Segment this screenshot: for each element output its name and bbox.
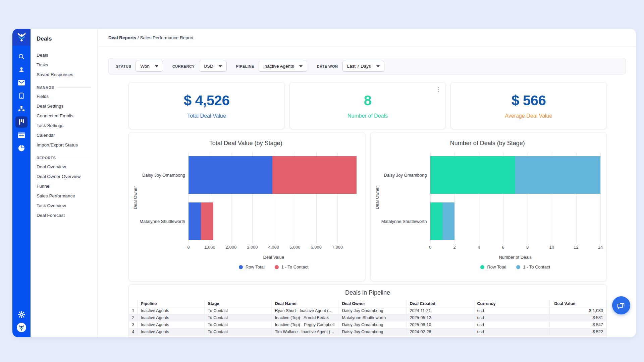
chart-title: Total Deal Value (by Stage): [133, 140, 359, 147]
table-cell: Inactive (Top) - Arnold Bedak: [272, 314, 339, 321]
chat-launcher-button[interactable]: [612, 296, 630, 314]
sitemap-icon[interactable]: [15, 103, 28, 115]
table-cell: usd: [474, 307, 549, 314]
bar-segment-row-total: [189, 202, 201, 240]
chat-icon: [617, 301, 626, 310]
table-cell: Inactive Agents: [138, 307, 205, 314]
stat-value: $ 4,526: [184, 93, 230, 109]
table-row[interactable]: 3Inactive AgentsTo ContactInactive (Top)…: [129, 321, 606, 328]
col-header-pipeline[interactable]: Pipeline: [138, 300, 205, 307]
filter-group-date-won: DATE WONLast 7 Days: [317, 61, 384, 72]
sidebar-item-tasks[interactable]: Tasks: [37, 60, 91, 70]
x-axis-title: Deal Value: [189, 255, 359, 260]
brand-avatar[interactable]: [15, 322, 28, 333]
bar-segment-1-to-contact: [515, 156, 600, 194]
x-tick-label: 4: [478, 245, 480, 250]
sidebar-item-task-settings[interactable]: Task Settings: [37, 121, 91, 130]
legend-item-row-total[interactable]: Row Total: [239, 264, 265, 269]
filter-select-pipeline[interactable]: Inactive Agents: [259, 61, 308, 72]
row-index-cell: 4: [129, 328, 138, 336]
sidebar-item-deals[interactable]: Deals: [37, 50, 91, 60]
deals-nav-panel: Deals DealsTasksSaved ResponsesMANAGEFie…: [31, 29, 98, 337]
site-pages-icon[interactable]: [15, 129, 28, 141]
table-row[interactable]: 1Inactive AgentsTo ContactRyan Short - I…: [129, 307, 606, 314]
bar-segment-row-total: [430, 156, 516, 194]
table-row[interactable]: 4Inactive AgentsTo ContactTim Wallace - …: [129, 328, 606, 336]
col-header-currency[interactable]: Currency: [474, 300, 549, 307]
settings-gear-icon[interactable]: [15, 309, 28, 320]
deals-table-card: Deals in Pipeline PipelineStageDeal Name…: [128, 284, 607, 337]
bar-segment-row-total: [189, 156, 272, 194]
chart-legend: Row Total1 - To Contact: [430, 264, 601, 269]
card-menu-kebab-icon[interactable]: [436, 86, 440, 94]
table-cell: To Contact: [205, 314, 272, 321]
table-cell: usd: [474, 321, 549, 328]
icon-rail: [12, 29, 31, 337]
col-header-deal-created[interactable]: Deal Created: [407, 300, 474, 307]
table-cell: $ 1,030: [549, 307, 606, 314]
mobile-icon[interactable]: [15, 90, 28, 102]
legend-item-1-to-contact[interactable]: 1 - To Contact: [516, 264, 550, 269]
x-tick-label: 6: [502, 245, 504, 250]
legend-item-1-to-contact[interactable]: 1 - To Contact: [275, 264, 309, 269]
filter-value: Inactive Agents: [263, 64, 294, 69]
category-label: Daisy Joy Omambong: [381, 156, 430, 194]
col-header-deal-name[interactable]: Deal Name: [272, 300, 339, 307]
deals-kanban-icon[interactable]: [15, 116, 28, 128]
table-cell: Inactive Agents: [138, 328, 205, 336]
x-tick-label: 8: [526, 245, 529, 250]
table-cell: To Contact: [205, 307, 272, 314]
y-axis-label-col: Deal Owner: [375, 152, 381, 281]
table-cell: Tim Wallace - Inactive Agent (Gen…: [272, 328, 339, 336]
sidebar-item-sales-performance[interactable]: Sales Performance: [37, 191, 91, 201]
contacts-icon[interactable]: [15, 64, 28, 75]
col-header-deal-value[interactable]: Deal Value: [549, 300, 606, 307]
sidebar-item-import-export-status[interactable]: Import/Export Status: [37, 140, 91, 150]
table-header-row: PipelineStageDeal NameDeal OwnerDeal Cre…: [129, 300, 606, 307]
sidebar-item-fields[interactable]: Fields: [37, 92, 91, 101]
search-icon[interactable]: [15, 51, 28, 62]
stat-label: Number of Deals: [347, 113, 388, 119]
x-tick-label: 5,000: [289, 245, 301, 250]
filter-select-currency[interactable]: USD: [199, 61, 227, 72]
table-cell: $ 547: [549, 321, 606, 328]
sidebar-item-task-overview[interactable]: Task Overview: [37, 201, 91, 210]
row-index-cell: 3: [129, 321, 138, 328]
col-header-deal-owner[interactable]: Deal Owner: [339, 300, 407, 307]
sidebar-item-funnel[interactable]: Funnel: [37, 181, 91, 191]
legend-item-row-total[interactable]: Row Total: [480, 264, 506, 269]
stat-cards-row: $ 4,526Total Deal Value8Number of Deals$…: [128, 82, 607, 129]
app-window: Deals DealsTasksSaved ResponsesMANAGEFie…: [12, 29, 636, 337]
sidebar-item-calendar[interactable]: Calendar: [37, 130, 91, 140]
filter-group-currency: CURRENCYUSD: [172, 61, 227, 72]
col-header-stage[interactable]: Stage: [205, 300, 272, 307]
breadcrumb-section[interactable]: Deal Reports: [108, 35, 136, 40]
table-cell: Inactive Agents: [138, 314, 205, 321]
table-cell: Matalynne Shuttleworth: [339, 314, 407, 321]
row-index-cell: 2: [129, 314, 138, 321]
filter-select-status[interactable]: Won: [136, 61, 163, 72]
sidebar-item-deal-owner-overview[interactable]: Deal Owner Overview: [37, 172, 91, 181]
brand-fox-icon: [17, 32, 26, 42]
sidebar-item-connected-emails[interactable]: Connected Emails: [37, 111, 91, 121]
kebab-dot: [438, 91, 439, 92]
sidebar-item-saved-responses[interactable]: Saved Responses: [37, 70, 91, 79]
sidebar-item-deal-forecast[interactable]: Deal Forecast: [37, 210, 91, 220]
table-cell: 2025-05-12: [407, 314, 474, 321]
sidebar-item-deal-overview[interactable]: Deal Overview: [37, 162, 91, 172]
filter-select-date-won[interactable]: Last 7 Days: [342, 61, 384, 72]
breadcrumb-separator: /: [136, 35, 140, 40]
filter-label: PIPELINE: [236, 64, 254, 68]
x-axis-ticks: 02468101214: [430, 245, 601, 253]
reports-pie-icon[interactable]: [15, 142, 28, 154]
app-logo[interactable]: [12, 29, 31, 46]
email-icon[interactable]: [15, 77, 28, 88]
x-tick-label: 0: [429, 245, 431, 250]
legend-dot: [239, 265, 243, 269]
category-labels: Daisy Joy OmambongMatalynne Shuttleworth: [140, 152, 189, 243]
filter-bar: STATUSWonCURRENCYUSDPIPELINEInactive Age…: [108, 58, 626, 74]
table-cell: Daisy Joy Omambong: [339, 328, 407, 336]
table-cell: 2025-09-10: [407, 321, 474, 328]
sidebar-item-deal-settings[interactable]: Deal Settings: [37, 101, 91, 111]
table-row[interactable]: 2Inactive AgentsTo ContactInactive (Top)…: [129, 314, 606, 321]
